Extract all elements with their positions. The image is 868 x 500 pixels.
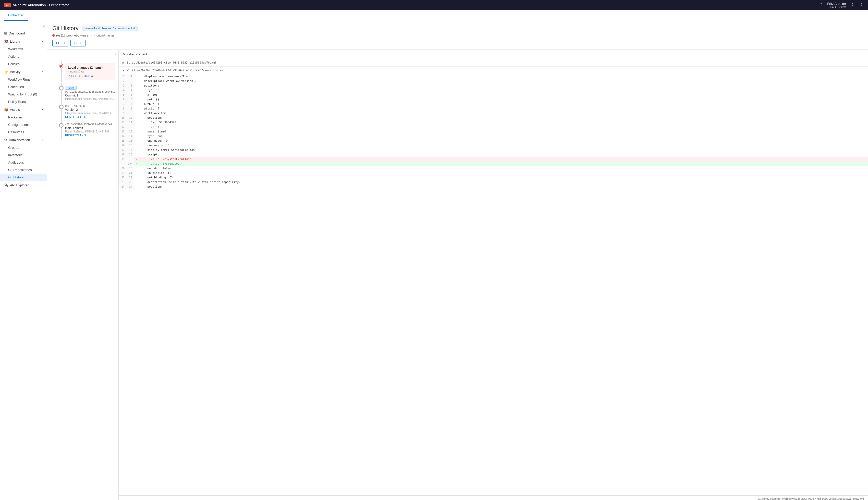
diff-file-row-2[interactable]: ▼ Workflow/673b9d73-d09d-47d3-99e0-2f485…: [119, 67, 868, 74]
commit-message-1: Commit 1: [65, 94, 115, 97]
diff-line-marker: [134, 166, 139, 171]
sidebar-section-administration[interactable]: ⚙ Administration ▾: [0, 136, 47, 144]
reset-link-2[interactable]: RESET TO THIS: [65, 134, 86, 137]
commit-hash-2: 0.0.0 - ed98b8b: [65, 104, 115, 107]
commit-hash-3: c32c3a305104936ba923cef507a28e23897fd...: [65, 123, 115, 126]
sidebar-item-policy-runs[interactable]: Policy Runs: [0, 98, 47, 105]
sidebar-item-policies[interactable]: Policies: [0, 60, 47, 68]
diff-line-code: 'y': 50: [139, 88, 868, 93]
line-num-old: 13: [119, 129, 126, 134]
page-header: Git History several local changes, 0 com…: [47, 21, 868, 50]
diff-line-23: 2323 description: Simple task with custo…: [119, 180, 868, 184]
sidebar-item-configurations[interactable]: Configurations: [0, 121, 47, 128]
sidebar-item-dashboard[interactable]: ⊞ Dashboard: [0, 29, 47, 37]
file1-path: ScriptModule/ee6342b8-c0b0-4d45-9933-e11…: [127, 61, 216, 64]
sidebar-item-git-repositories[interactable]: Git Repositories: [0, 166, 47, 173]
library-icon: 📚: [4, 39, 9, 43]
sidebar-api-label: API Explorer: [10, 183, 28, 187]
diff-line-code: script:: [139, 152, 868, 157]
page-title-row: Git History several local changes, 0 com…: [52, 25, 863, 32]
line-num-new: 6: [126, 97, 134, 102]
line-num-old: 4: [119, 88, 126, 93]
page-title: Git History: [52, 25, 79, 32]
sidebar-item-scheduled[interactable]: Scheduled: [0, 83, 47, 91]
diff-line-code: out-binding: {}: [139, 175, 868, 180]
sidebar-item-api-explorer[interactable]: 🔌 API Explorer: [0, 181, 47, 189]
diff-line-12: 1313 name: item0: [119, 129, 868, 134]
diff-line-nums: 1717: [119, 148, 134, 152]
sidebar-item-waiting[interactable]: Waiting for Input (0): [0, 91, 47, 98]
diff-lines: 11 display-name: New workflow22 descript…: [119, 74, 868, 189]
tab-embedded[interactable]: Embedded: [4, 10, 28, 21]
sidebar: « ⊞ Dashboard 📚 Library ▾ Workflows Acti…: [0, 21, 47, 500]
line-num-new: 17: [126, 148, 134, 152]
reset-link-1[interactable]: RESET TO THIS: [65, 115, 86, 118]
grid-icon[interactable]: ⋮⋮⋮: [850, 2, 864, 8]
diff-line-marker: [134, 74, 139, 79]
diff-line-6: 77 output: {}: [119, 102, 868, 106]
commit-author-1: fritz@coke.sqa-horizon.local, 9/3/2019, …: [65, 98, 115, 100]
user-info: Fritz Arbeiter DEFAULT-ORG: [826, 2, 846, 9]
sidebar-item-packages[interactable]: Packages: [0, 114, 47, 121]
top-header: vm vRealize Automation - Orchestrator ? …: [0, 0, 868, 10]
diff-line-code: output: {}: [139, 102, 868, 106]
left-panel-collapse-icon[interactable]: «: [115, 52, 116, 56]
sidebar-dashboard-label: Dashboard: [9, 31, 25, 35]
sidebar-section-assets[interactable]: 📦 Assets ▾: [0, 105, 47, 114]
line-num-new: 15: [126, 139, 134, 143]
diff-file-row-1[interactable]: ▶ ScriptModule/ee6342b8-c0b0-4d45-9933-e…: [119, 59, 868, 67]
sidebar-item-actions[interactable]: Actions: [0, 53, 47, 60]
activity-icon: ⚡: [4, 70, 9, 74]
line-num-new: 1: [126, 74, 134, 79]
local-push-button[interactable]: PUSH: [68, 75, 76, 78]
diff-line-2: 33 position:: [119, 83, 868, 88]
diff-line-marker: [134, 129, 139, 134]
diff-line-marker: [134, 93, 139, 97]
diff-line-code: 'y': 57.3984375: [139, 120, 868, 125]
app-title: vRealize Automation - Orchestrator: [13, 3, 69, 7]
sidebar-item-resources[interactable]: Resources: [0, 128, 47, 136]
diff-header: Modified content: [119, 50, 868, 59]
line-num-new: 4: [126, 88, 134, 93]
diff-line-nums: 2222: [119, 175, 134, 180]
diff-content[interactable]: ▶ ScriptModule/ee6342b8-c0b0-4d45-9933-e…: [119, 59, 868, 496]
sidebar-item-workflow-runs[interactable]: Workflow Runs: [0, 76, 47, 83]
status-bar: Currently selected: Workflow/673b9d73-d0…: [119, 496, 868, 500]
line-num-new: 10: [126, 116, 134, 120]
main-layout: « ⊞ Dashboard 📚 Library ▾ Workflows Acti…: [0, 21, 868, 500]
branch-icon: ⑂: [93, 34, 95, 37]
commit-author-2: fritz@coke.sqa-horizon.local, 9/3/2019, …: [65, 112, 115, 115]
diff-line-marker: [134, 184, 139, 189]
help-icon[interactable]: ?: [820, 3, 822, 8]
push-button[interactable]: PUSH: [52, 40, 68, 46]
diff-line-code: display-name: New workflow: [139, 74, 868, 79]
sidebar-section-activity[interactable]: ⚡ Activity ▾: [0, 68, 47, 76]
diff-line-9: 1010 - position:: [119, 116, 868, 120]
diff-line-7: 88 attrib: []: [119, 106, 868, 111]
diff-line-code: description: Workflow version 2: [139, 79, 868, 83]
diff-line-5: 66 input: {}: [119, 97, 868, 102]
pull-button[interactable]: PULL: [70, 40, 86, 46]
user-org: DEFAULT-ORG: [826, 5, 846, 9]
diff-line-0: 11 display-name: New workflow: [119, 74, 868, 79]
commit-hash-1: 0d7e1a63edc271d4128cf0a387ecd4808df00...: [65, 90, 115, 93]
sidebar-item-git-history[interactable]: Git History: [0, 173, 47, 181]
diff-line-nums: 19+: [119, 161, 134, 166]
diff-line-marker: [134, 116, 139, 120]
sidebar-collapse-button[interactable]: «: [0, 23, 47, 29]
diff-line-21: 2121 in-binding: {}: [119, 171, 868, 175]
sidebar-library-items: Workflows Actions Policies: [0, 45, 47, 68]
diff-line-code: position:: [139, 83, 868, 88]
diff-line-marker: +: [134, 161, 139, 166]
sidebar-item-audit-logs[interactable]: Audit Logs: [0, 159, 47, 166]
sidebar-item-inventory[interactable]: Inventory: [0, 151, 47, 159]
sidebar-item-workflows[interactable]: Workflows: [0, 45, 47, 53]
line-num-old: 18: [119, 152, 126, 157]
sidebar-item-groups[interactable]: Groups: [0, 144, 47, 151]
commit-tag-master: master: [65, 86, 77, 90]
diff-line-13: 1414 type: end: [119, 134, 868, 139]
line-num-new: 19+: [126, 161, 134, 166]
sidebar-section-library[interactable]: 📚 Library ▾: [0, 37, 47, 45]
line-num-new: 24: [126, 184, 134, 189]
local-discard-button[interactable]: DISCARD ALL: [78, 75, 96, 78]
